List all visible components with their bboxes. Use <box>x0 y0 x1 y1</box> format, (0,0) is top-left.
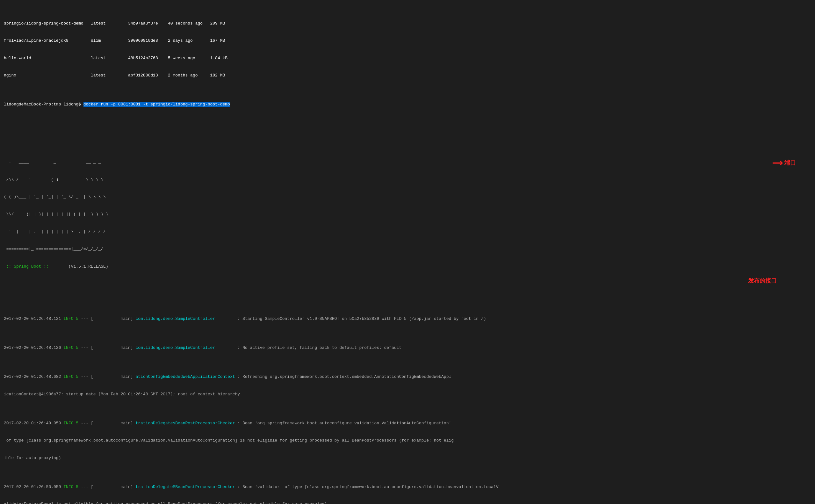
docker-image-row-1: springio/lidong-spring-boot-demo latest … <box>4 21 811 26</box>
log-line-4: 2017-02-20 01:26:49.959 INFO 5 --- [ mai… <box>4 421 811 426</box>
ascii-art-6: =========|_|==============|___/=/_/_/_/ <box>4 247 811 252</box>
docker-image-row-4: nginx latest abf312888d13 2 months ago 1… <box>4 73 811 78</box>
ascii-art-3: ( ( )\___ | '_ | '_| | '_ \/ _` | \ \ \ … <box>4 194 811 200</box>
command-line: lidongdeMacBook-Pro:tmp lidong$ docker r… <box>4 102 811 107</box>
docker-image-row-3: hello-world latest 48b5124b2768 5 weeks … <box>4 55 811 61</box>
ascii-art-5: ' |____| .__|_| |_|_| |_\__, | / / / / <box>4 229 811 235</box>
log-line-5b: alidatorFactoryBean] is not eligible for… <box>4 501 811 504</box>
log-line-5: 2017-02-20 01:26:50.059 INFO 5 --- [ mai… <box>4 484 811 490</box>
terminal: springio/lidong-spring-boot-demo latest … <box>0 0 815 504</box>
log-line-2: 2017-02-20 01:26:48.126 INFO 5 --- [ mai… <box>4 345 811 351</box>
docker-command: docker run -p 8081:8081 -t springio/lido… <box>83 102 230 107</box>
docker-image-row-2: frolvlad/alpine-oraclejdk8 slim 39096091… <box>4 38 811 44</box>
log-line-3: 2017-02-20 01:26:48.682 INFO 5 --- [ mai… <box>4 374 811 380</box>
log-line-1: 2017-02-20 01:26:48.121 INFO 5 --- [ mai… <box>4 316 811 322</box>
ascii-art-1: . ____ _ __ _ _ <box>4 160 811 165</box>
ascii-art-4: \\/ ___)| |_)| | | | | || (_| | ) ) ) ) <box>4 212 811 218</box>
ascii-art-2: /\\ / ___'_ __ _ _(_)_ __ __ _ \ \ \ \ <box>4 177 811 183</box>
spring-boot-label: :: Spring Boot :: <box>6 264 49 269</box>
spring-boot-version: (v1.5.1.RELEASE) <box>69 264 108 269</box>
spring-boot-label-line: :: Spring Boot :: (v1.5.1.RELEASE) <box>4 264 811 270</box>
log-line-4c: ible for auto-proxying) <box>4 455 811 461</box>
log-line-3b: icationContext@41906a77: startup date [M… <box>4 392 811 397</box>
log-line-4b: of type [class org.springframework.boot.… <box>4 438 811 443</box>
